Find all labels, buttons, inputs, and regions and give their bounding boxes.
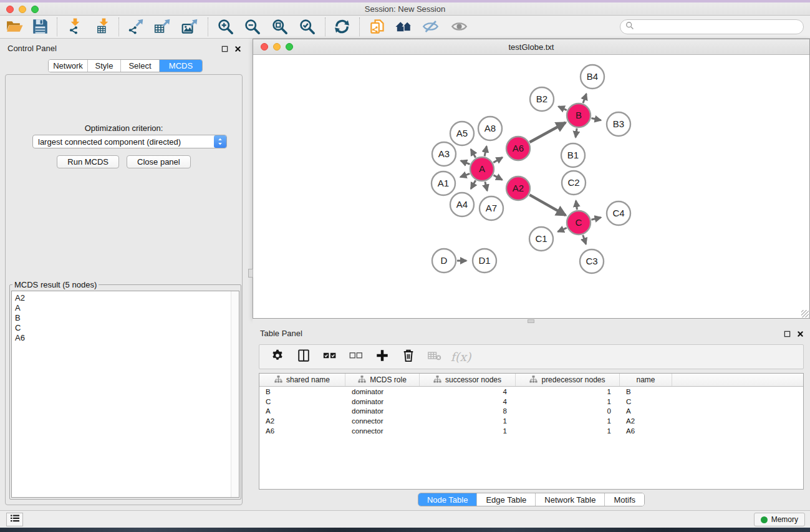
columns-button[interactable] [296, 349, 312, 365]
edge-A-A2[interactable] [494, 175, 503, 180]
graph-node-D1[interactable]: D1 [473, 249, 496, 273]
edge-C-C3[interactable] [583, 235, 586, 244]
table-row[interactable]: A6connector11A6 [259, 426, 803, 436]
memory-button[interactable]: Memory [754, 513, 805, 526]
table-row[interactable]: Cdominator41C [259, 397, 803, 407]
search-input[interactable] [637, 21, 803, 32]
graph-node-C3[interactable]: C3 [580, 249, 604, 273]
horizontal-splitter[interactable] [253, 319, 810, 324]
zoom-in-button[interactable] [215, 17, 235, 37]
graph-node-A5[interactable]: A5 [450, 122, 474, 145]
criterion-dropdown[interactable]: largest connected component (directed) [32, 135, 227, 148]
edge-A-A5[interactable] [471, 149, 476, 157]
edge-C-C4[interactable] [591, 218, 600, 220]
graph-node-A8[interactable]: A8 [478, 117, 502, 140]
task-history-button[interactable] [6, 513, 23, 526]
edge-C-C2[interactable] [576, 201, 577, 210]
edge-B-B4[interactable] [583, 94, 586, 103]
edge-A-A3[interactable] [461, 161, 470, 165]
tab-network[interactable]: Network [49, 60, 88, 72]
main-titlebar[interactable]: Session: New Session [0, 2, 810, 16]
graph-node-A2[interactable]: A2 [506, 177, 530, 200]
graph-node-A4[interactable]: A4 [450, 193, 474, 216]
graph-node-B3[interactable]: B3 [607, 112, 630, 136]
tab-style[interactable]: Style [88, 60, 121, 72]
graph-node-A3[interactable]: A3 [432, 142, 456, 166]
vertical-splitter-handle[interactable] [248, 269, 253, 278]
tab-mcds[interactable]: MCDS [160, 60, 202, 72]
edge-A6-B[interactable] [529, 123, 566, 142]
column-header-name[interactable]: name [620, 374, 672, 386]
table-row[interactable]: A2connector11A2 [259, 416, 803, 426]
column-header-MCDS-role[interactable]: MCDS role [345, 374, 420, 386]
edge-A2-C[interactable] [529, 195, 566, 215]
edge-A-A7[interactable] [485, 181, 487, 190]
network-view-window[interactable]: testGlobe.txt B4B2BB3A8A5A6B1A3AC2A1A2A4… [253, 39, 810, 319]
graph-node-C1[interactable]: C1 [529, 227, 553, 251]
result-list-item[interactable]: A6 [15, 333, 239, 343]
export-image-button[interactable] [180, 17, 200, 37]
resize-grip-icon[interactable] [801, 310, 809, 317]
graph-node-B[interactable]: B [567, 104, 591, 127]
zoom-selected-button[interactable] [297, 17, 317, 37]
graph-node-B4[interactable]: B4 [581, 65, 604, 89]
network-canvas[interactable]: B4B2BB3A8A5A6B1A3AC2A1A2A4A7C4CC1C3DD1 [253, 55, 809, 318]
graph-node-A1[interactable]: A1 [432, 172, 455, 195]
home-button[interactable] [393, 17, 413, 37]
zoom-out-button[interactable] [242, 17, 262, 37]
graph-node-C4[interactable]: C4 [607, 201, 630, 225]
result-list-item[interactable]: B [15, 313, 239, 323]
graph-node-C[interactable]: C [567, 211, 591, 235]
mcds-result-list[interactable]: A2ABCA6 [11, 291, 239, 498]
zoom-fit-button[interactable] [269, 17, 289, 37]
edge-C-C1[interactable] [558, 228, 567, 231]
tab-motifs[interactable]: Motifs [605, 493, 644, 506]
export-network-button[interactable] [125, 17, 145, 37]
table-row[interactable]: Bdominator41B [259, 387, 803, 397]
float-panel-icon[interactable] [221, 44, 228, 55]
edge-A-A1[interactable] [460, 173, 470, 177]
column-header-shared-name[interactable]: shared name [259, 374, 345, 386]
graph-node-D[interactable]: D [432, 249, 456, 273]
tab-network-table[interactable]: Network Table [536, 493, 605, 506]
float-panel-icon[interactable] [784, 329, 791, 340]
graph-node-B1[interactable]: B1 [561, 143, 585, 167]
close-panel-icon[interactable] [234, 44, 241, 55]
graph-node-A7[interactable]: A7 [480, 196, 503, 220]
network-window-titlebar[interactable]: testGlobe.txt [253, 39, 809, 55]
graph-node-B2[interactable]: B2 [530, 87, 554, 111]
export-table-button[interactable] [152, 17, 172, 37]
edge-B-B2[interactable] [559, 107, 567, 110]
network-graph[interactable]: B4B2BB3A8A5A6B1A3AC2A1A2A4A7C4CC1C3DD1 [253, 55, 809, 318]
column-header-successor-nodes[interactable]: successor nodes [420, 374, 516, 386]
close-panel-icon[interactable] [797, 329, 804, 340]
import-table-button[interactable] [94, 17, 113, 37]
copy-network-button[interactable] [367, 17, 387, 37]
hide-details-button[interactable] [420, 17, 440, 37]
save-session-button[interactable] [30, 17, 50, 37]
edge-B-B3[interactable] [592, 118, 601, 120]
horizontal-splitter-handle[interactable] [528, 319, 534, 323]
edge-A-A8[interactable] [485, 146, 486, 156]
column-header-predecessor-nodes[interactable]: predecessor nodes [516, 374, 620, 386]
deselect-all-button[interactable] [348, 349, 364, 365]
graph-node-C2[interactable]: C2 [562, 171, 586, 195]
gear-button[interactable] [269, 349, 286, 365]
result-list-item[interactable]: C [15, 323, 239, 333]
graph-node-A[interactable]: A [470, 157, 494, 181]
result-list-item[interactable]: A [15, 303, 239, 313]
table-row[interactable]: Adominator80A [259, 407, 803, 417]
tab-edge-table[interactable]: Edge Table [477, 493, 536, 506]
refresh-layout-button[interactable] [332, 17, 352, 37]
result-list-item[interactable]: A2 [15, 293, 239, 303]
select-all-button[interactable] [322, 349, 338, 365]
import-network-button[interactable] [65, 17, 85, 37]
edge-B-B1[interactable] [576, 128, 577, 137]
edge-A-A4[interactable] [471, 180, 476, 188]
run-mcds-button[interactable]: Run MCDS [57, 155, 119, 168]
edge-A-A6[interactable] [493, 157, 503, 162]
result-list-scrollbar[interactable] [231, 291, 239, 497]
search-field[interactable] [620, 19, 804, 34]
close-panel-button[interactable]: Close panel [127, 155, 191, 168]
delete-column-button[interactable] [400, 349, 417, 365]
